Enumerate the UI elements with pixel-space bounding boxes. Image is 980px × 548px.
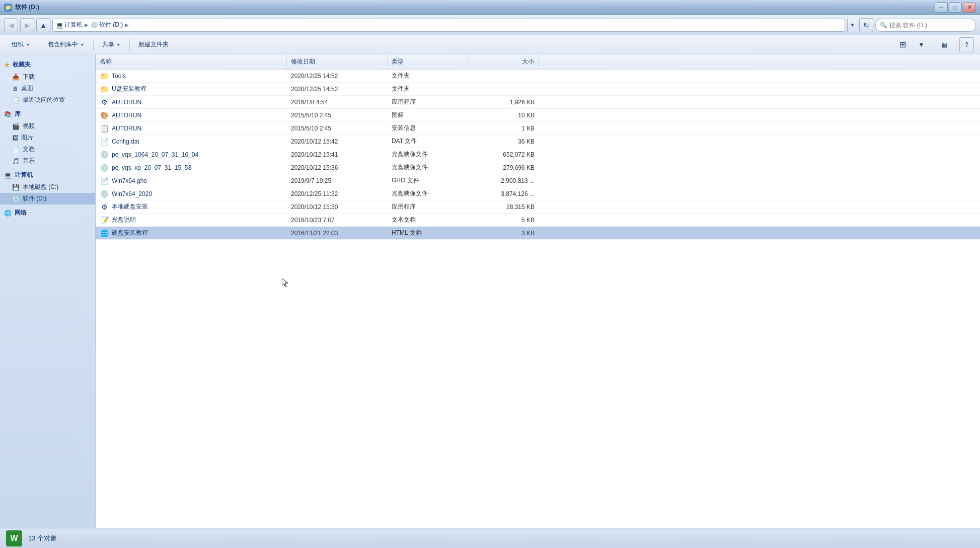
table-row[interactable]: 🎨 AUTORUN 2015/5/10 2:45 图标 10 KB — [96, 109, 980, 122]
file-size-cell: 2,900,813 ... — [468, 176, 539, 185]
file-type-cell: 光盘映像文件 — [388, 149, 468, 160]
file-name-cell: 📄 Win7x64.gho — [96, 175, 287, 186]
file-type-cell: 光盘映像文件 — [388, 162, 468, 173]
help-button[interactable]: ? — [959, 37, 974, 52]
preview-button[interactable]: ▦ — [936, 37, 953, 52]
sidebar-item-disk-d[interactable]: 💿 软件 (D:) — [0, 193, 95, 204]
sidebar-item-recent[interactable]: 🕒 最近访问的位置 — [0, 94, 95, 106]
disk-icon: 💿 — [91, 22, 98, 29]
refresh-button[interactable]: ↻ — [859, 18, 873, 32]
sidebar-computer-header[interactable]: 💻 计算机 — [0, 169, 95, 181]
file-type-icon: 📋 — [100, 124, 109, 133]
sidebar-library-header[interactable]: 📚 库 — [0, 108, 95, 120]
file-type-cell: 应用程序 — [388, 201, 468, 212]
file-name-cell: 📁 Tools — [96, 71, 287, 82]
video-icon: 🎬 — [12, 123, 20, 130]
file-name-cell: 🌐 硬盘安装教程 — [96, 228, 287, 239]
organize-button[interactable]: 组织 ▼ — [6, 37, 36, 52]
table-row[interactable]: ⚙ AUTORUN 2016/1/8 4:54 应用程序 1,926 KB — [96, 96, 980, 109]
column-header-size[interactable]: 大小 — [468, 54, 539, 69]
file-size-cell: 36 KB — [468, 137, 539, 146]
computer-label: 计算机 — [15, 171, 33, 179]
file-date-cell: 2019/9/7 19:25 — [287, 176, 388, 185]
organize-arrow-icon: ▼ — [26, 42, 30, 47]
breadcrumb-disk[interactable]: 💿 软件 (D:) — [91, 21, 123, 29]
file-date-cell: 2020/12/25 11:32 — [287, 189, 388, 198]
toolbar-separator-2 — [93, 39, 94, 51]
favorites-star-icon: ★ — [4, 61, 10, 68]
sidebar-item-disk-c[interactable]: 💾 本地磁盘 (C:) — [0, 181, 95, 193]
network-icon: 🌐 — [4, 210, 12, 217]
sidebar-item-desktop[interactable]: 🖥 桌面 — [0, 83, 95, 94]
titlebar: 📁 软件 (D:) ─ □ ✕ — [0, 0, 980, 15]
file-name: Tools — [112, 73, 126, 80]
search-input[interactable] — [889, 22, 971, 29]
breadcrumb-computer[interactable]: 💻 计算机 — [56, 21, 83, 29]
file-name: pe_yqs_xp_20_07_31_15_53 — [112, 164, 191, 171]
table-row[interactable]: 📁 Tools 2020/12/25 14:52 文件夹 — [96, 70, 980, 83]
table-row[interactable]: 🌐 硬盘安装教程 2016/11/21 22:03 HTML 文档 3 KB — [96, 227, 980, 240]
table-row[interactable]: 📝 光盘说明 2016/10/23 7:07 文本文档 5 KB — [96, 214, 980, 227]
up-button[interactable]: ▲ — [36, 18, 50, 32]
toolbar-separator-1 — [39, 39, 39, 51]
file-type-cell: 应用程序 — [388, 97, 468, 107]
statusbar: W 13 个对象 — [0, 528, 980, 548]
table-row[interactable]: 📄 Config.dat 2020/10/12 15:42 DAT 文件 36 … — [96, 135, 980, 148]
views-dropdown-button[interactable]: ▼ — [913, 37, 930, 52]
file-date-cell: 2020/12/25 14:52 — [287, 85, 388, 94]
column-header-name[interactable]: 名称 — [96, 54, 287, 69]
table-row[interactable]: ⚙ 本地硬盘安装 2020/10/12 15:30 应用程序 28,315 KB — [96, 200, 980, 214]
status-count-text: 13 个对象 — [28, 534, 57, 543]
table-row[interactable]: 📄 Win7x64.gho 2019/9/7 19:25 GHO 文件 2,90… — [96, 174, 980, 187]
file-name-cell: 💿 pe_yqs_1064_20_07_31_16_04 — [96, 149, 287, 160]
file-type-icon: ⚙ — [100, 202, 109, 212]
sidebar-disk-c-label: 本地磁盘 (C:) — [23, 183, 58, 191]
address-dropdown-button[interactable]: ▼ — [847, 19, 857, 32]
file-size-cell: 3 KB — [468, 229, 539, 238]
sidebar-item-music[interactable]: 🎵 音乐 — [0, 155, 95, 167]
computer-icon: 💻 — [56, 22, 63, 29]
sidebar-item-video[interactable]: 🎬 视频 — [0, 120, 95, 132]
include-button[interactable]: 包含到库中 ▼ — [42, 37, 90, 52]
breadcrumb-sep-2: ▶ — [125, 22, 129, 28]
sidebar-network-header[interactable]: 🌐 网络 — [0, 207, 95, 219]
table-row[interactable]: 💿 Win7x64_2020 2020/12/25 11:32 光盘映像文件 3… — [96, 187, 980, 200]
maximize-button[interactable]: □ — [949, 3, 962, 13]
sidebar-item-image[interactable]: 🖼 图片 — [0, 132, 95, 144]
share-arrow-icon: ▼ — [116, 42, 121, 47]
file-type-icon: 📝 — [100, 216, 109, 225]
network-section: 🌐 网络 — [0, 207, 95, 219]
file-type-icon: ⚙ — [100, 98, 109, 107]
back-button[interactable]: ◀ — [4, 18, 18, 32]
file-type-cell: GHO 文件 — [388, 175, 468, 186]
file-size-cell: 10 KB — [468, 111, 539, 120]
computer-nav-icon: 💻 — [4, 172, 12, 179]
sidebar-download-label: 下载 — [23, 73, 35, 81]
sidebar-favorites-header[interactable]: ★ 收藏夹 — [0, 58, 95, 71]
views-button[interactable]: ⊞ — [894, 37, 912, 52]
organize-label: 组织 — [12, 40, 24, 49]
sidebar-item-download[interactable]: 📥 下载 — [0, 71, 95, 83]
table-row[interactable]: 📁 U盘安装教程 2020/12/25 14:52 文件夹 — [96, 83, 980, 96]
address-bar: 💻 计算机 ▶ 💿 软件 (D:) ▶ — [52, 19, 845, 32]
file-name: pe_yqs_1064_20_07_31_16_04 — [112, 151, 198, 158]
new-folder-button[interactable]: 新建文件夹 — [133, 37, 174, 52]
file-date-cell: 2020/10/12 15:36 — [287, 163, 388, 172]
file-type-cell: 文件夹 — [388, 71, 468, 81]
search-bar: 🔍 — [875, 19, 976, 32]
column-header-date[interactable]: 修改日期 — [287, 54, 388, 69]
minimize-button[interactable]: ─ — [935, 3, 948, 13]
close-button[interactable]: ✕ — [963, 3, 976, 13]
file-type-icon: 📁 — [100, 85, 109, 94]
share-button[interactable]: 共享 ▼ — [97, 37, 126, 52]
breadcrumb-computer-label: 计算机 — [64, 21, 83, 29]
table-row[interactable]: 💿 pe_yqs_1064_20_07_31_16_04 2020/10/12 … — [96, 148, 980, 161]
file-name-cell: 📝 光盘说明 — [96, 215, 287, 226]
table-row[interactable]: 💿 pe_yqs_xp_20_07_31_15_53 2020/10/12 15… — [96, 161, 980, 174]
file-list-container: 名称 修改日期 类型 大小 📁 Tools 2020/12/25 14:52 文… — [96, 54, 980, 528]
column-header-type[interactable]: 类型 — [388, 54, 468, 69]
navbar: ◀ ▶ ▲ 💻 计算机 ▶ 💿 软件 (D:) ▶ ▼ ↻ 🔍 — [0, 15, 980, 35]
table-row[interactable]: 📋 AUTORUN 2015/5/10 2:45 安装信息 1 KB — [96, 122, 980, 135]
sidebar-item-document[interactable]: 📄 文档 — [0, 144, 95, 155]
forward-button[interactable]: ▶ — [20, 18, 34, 32]
